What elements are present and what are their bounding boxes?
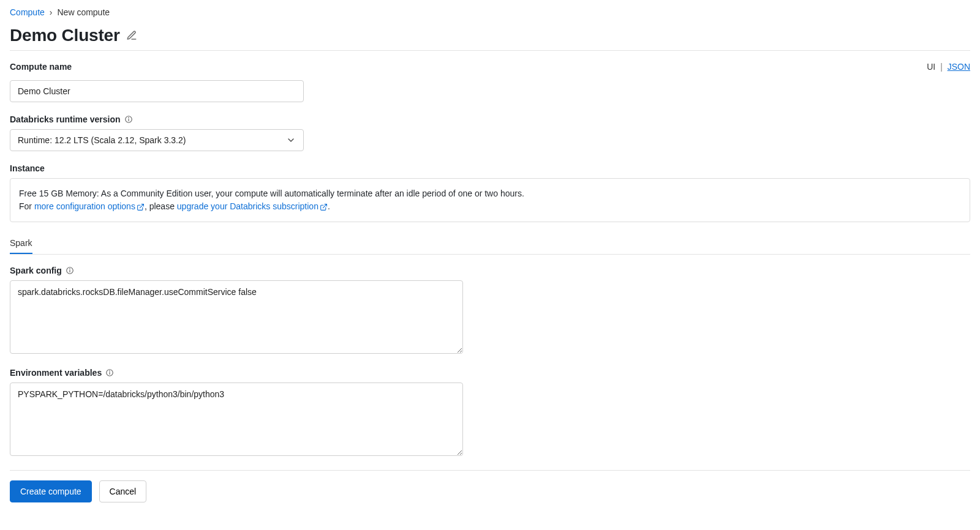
view-mode-json[interactable]: JSON xyxy=(948,62,970,72)
action-button-row: Create compute Cancel xyxy=(10,470,970,502)
chevron-down-icon xyxy=(286,135,296,145)
breadcrumb-current: New compute xyxy=(57,7,110,17)
pencil-icon[interactable] xyxy=(126,30,137,41)
create-compute-button[interactable]: Create compute xyxy=(10,480,92,502)
info-icon[interactable] xyxy=(124,115,133,124)
compute-name-input[interactable] xyxy=(10,80,304,102)
more-config-link[interactable]: more configuration options xyxy=(34,201,145,211)
compute-name-row: Compute name UI | JSON xyxy=(10,62,970,77)
instance-info-box: Free 15 GB Memory: As a Community Editio… xyxy=(10,178,970,222)
svg-line-3 xyxy=(140,204,143,208)
runtime-label: Databricks runtime version xyxy=(10,114,121,124)
upgrade-subscription-link[interactable]: upgrade your Databricks subscription xyxy=(177,201,328,211)
spark-config-label-row: Spark config xyxy=(10,266,970,275)
view-mode-ui[interactable]: UI xyxy=(927,62,935,72)
tab-spark[interactable]: Spark xyxy=(10,234,32,254)
env-vars-label: Environment variables xyxy=(10,368,102,378)
runtime-label-row: Databricks runtime version xyxy=(10,114,970,124)
view-mode-separator: | xyxy=(940,62,943,72)
runtime-selected-value: Runtime: 12.2 LTS (Scala 2.12, Spark 3.3… xyxy=(18,135,186,145)
env-vars-label-row: Environment variables xyxy=(10,368,970,378)
compute-name-label: Compute name xyxy=(10,62,72,72)
svg-point-7 xyxy=(70,269,70,269)
svg-line-4 xyxy=(323,204,326,208)
tab-row: Spark xyxy=(10,234,970,255)
spark-config-textarea[interactable] xyxy=(10,280,463,354)
view-mode-toggle: UI | JSON xyxy=(927,62,970,72)
runtime-select[interactable]: Runtime: 12.2 LTS (Scala 2.12, Spark 3.3… xyxy=(10,129,304,151)
external-link-icon xyxy=(320,203,328,211)
spark-config-label: Spark config xyxy=(10,266,62,275)
svg-point-2 xyxy=(128,118,129,118)
page-title: Demo Cluster xyxy=(10,26,120,45)
instance-text-line1: Free 15 GB Memory: As a Community Editio… xyxy=(19,187,961,200)
external-link-icon xyxy=(137,203,145,211)
instance-text-line2: For more configuration options, please u… xyxy=(19,200,961,213)
page-title-row: Demo Cluster xyxy=(10,26,970,51)
svg-point-10 xyxy=(110,371,110,371)
chevron-right-icon: › xyxy=(50,7,53,17)
instance-label: Instance xyxy=(10,163,970,173)
info-icon[interactable] xyxy=(105,368,114,377)
info-icon[interactable] xyxy=(66,266,74,275)
breadcrumb: Compute › New compute xyxy=(10,7,970,17)
env-vars-textarea[interactable] xyxy=(10,383,463,456)
breadcrumb-parent-link[interactable]: Compute xyxy=(10,7,45,17)
cancel-button[interactable]: Cancel xyxy=(99,480,147,502)
